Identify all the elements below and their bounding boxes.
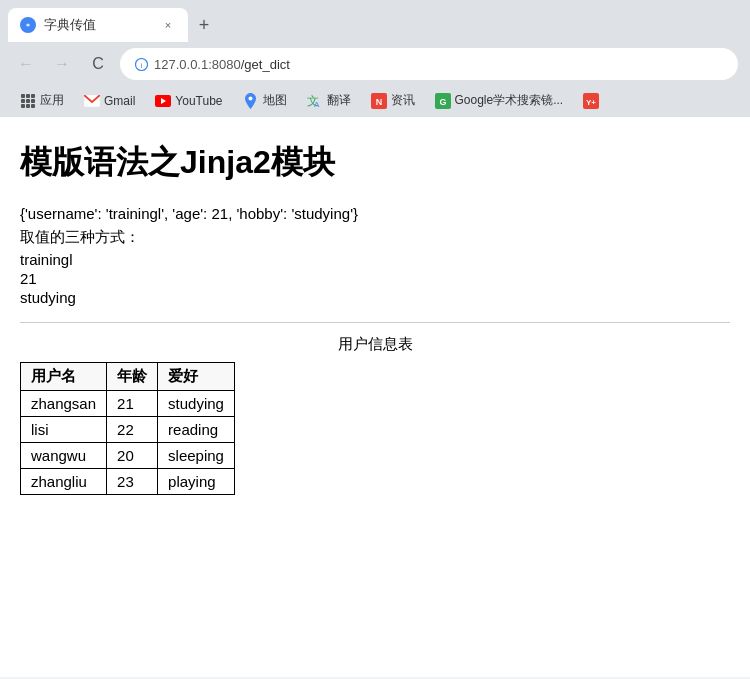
col-header-username: 用户名 [21,363,107,391]
tab-favicon [20,17,36,33]
value-age: 21 [20,270,730,287]
youtube-icon [155,93,171,109]
tab-title: 字典传值 [44,16,152,34]
reload-button[interactable]: C [84,50,112,78]
back-button[interactable]: ← [12,50,40,78]
scholar-icon: G [435,93,451,109]
cell-age: 23 [107,469,158,495]
bookmark-maps[interactable]: 地图 [235,90,295,111]
extra-icon: Y+ [583,93,599,109]
url-scheme: 127.0.0.1:8080 [154,57,241,72]
col-header-age: 年龄 [107,363,158,391]
value-hobby: studying [20,289,730,306]
page-title: 模版语法之Jinja2模块 [20,141,730,185]
svg-text:G: G [439,97,446,107]
cell-username: zhangsan [21,391,107,417]
bookmark-scholar[interactable]: G Google学术搜索镜... [427,90,572,111]
bookmark-apps-label: 应用 [40,92,64,109]
user-table: 用户名 年龄 爱好 zhangsan21studyinglisi22readin… [20,362,235,495]
url-bar[interactable]: i 127.0.0.1:8080/get_dict [120,48,738,80]
lock-icon: i [134,57,148,71]
bookmark-gmail-label: Gmail [104,94,135,108]
cell-hobby: sleeping [158,443,235,469]
table-row: lisi22reading [21,417,235,443]
active-tab[interactable]: 字典传值 × [8,8,188,42]
table-header-row: 用户名 年龄 爱好 [21,363,235,391]
url-text: 127.0.0.1:8080/get_dict [154,57,290,72]
url-path: /get_dict [241,57,290,72]
translate-icon: 文 A [307,93,323,109]
bookmark-youtube-label: YouTube [175,94,222,108]
cell-hobby: reading [158,417,235,443]
bookmark-news-label: 资讯 [391,92,415,109]
news-icon: N [371,93,387,109]
table-caption: 用户信息表 [20,335,730,354]
svg-text:i: i [140,61,142,70]
table-row: wangwu20sleeping [21,443,235,469]
new-tab-button[interactable]: + [190,11,218,39]
page-content: 模版语法之Jinja2模块 {'username': 'trainingl', … [0,117,750,677]
bookmark-translate[interactable]: 文 A 翻译 [299,90,359,111]
cell-age: 22 [107,417,158,443]
table-row: zhangliu23playing [21,469,235,495]
svg-text:N: N [375,97,382,107]
bookmark-youtube[interactable]: YouTube [147,91,230,111]
table-row: zhangsan21studying [21,391,235,417]
svg-text:A: A [314,100,320,109]
svg-point-6 [249,96,253,100]
bookmark-apps[interactable]: 应用 [12,90,72,111]
values-list: trainingl 21 studying [20,251,730,306]
apps-grid-icon [20,93,36,109]
cell-age: 21 [107,391,158,417]
gmail-icon [84,93,100,109]
bookmark-translate-label: 翻译 [327,92,351,109]
cell-hobby: studying [158,391,235,417]
maps-icon [243,93,259,109]
cell-username: zhangliu [21,469,107,495]
dict-display: {'username': 'trainingl', 'age': 21, 'ho… [20,205,730,222]
bookmarks-bar: 应用 Gmail YouTube [0,86,750,117]
value-username: trainingl [20,251,730,268]
subtitle: 取值的三种方式： [20,228,730,247]
bookmark-news[interactable]: N 资讯 [363,90,423,111]
section-divider [20,322,730,323]
cell-age: 20 [107,443,158,469]
tab-close-button[interactable]: × [160,17,176,33]
browser-chrome: 字典传值 × + ← → C i 127.0.0.1:8080/get_dict [0,0,750,117]
bookmark-maps-label: 地图 [263,92,287,109]
cell-hobby: playing [158,469,235,495]
address-bar-row: ← → C i 127.0.0.1:8080/get_dict [0,42,750,86]
col-header-hobby: 爱好 [158,363,235,391]
bookmark-extra[interactable]: Y+ [575,91,607,111]
svg-text:Y+: Y+ [586,98,596,107]
bookmark-scholar-label: Google学术搜索镜... [455,92,564,109]
cell-username: wangwu [21,443,107,469]
cell-username: lisi [21,417,107,443]
forward-button[interactable]: → [48,50,76,78]
tab-bar: 字典传值 × + [0,0,750,42]
bookmark-gmail[interactable]: Gmail [76,91,143,111]
